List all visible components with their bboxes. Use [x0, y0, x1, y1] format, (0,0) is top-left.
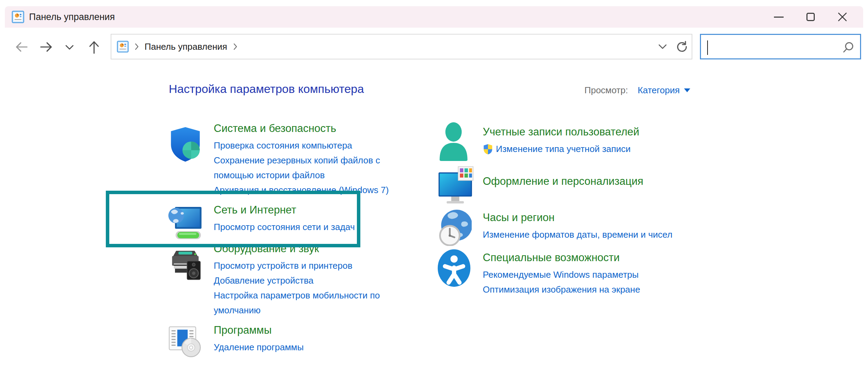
- up-button[interactable]: [87, 39, 101, 55]
- uac-shield-icon: [483, 144, 493, 155]
- clock-region-icon[interactable]: [437, 208, 472, 247]
- view-by-dropdown-icon[interactable]: [684, 88, 690, 92]
- window-title: Панель управления: [29, 12, 115, 22]
- address-bar-controls: [653, 35, 692, 59]
- task-link-mobility-settings[interactable]: Настройка параметров мобильности по умол…: [214, 288, 402, 318]
- category-title-user-accounts[interactable]: Учетные записи пользователей: [483, 125, 711, 139]
- task-link-recommended-settings[interactable]: Рекомендуемые Windows параметры: [483, 267, 711, 282]
- hardware-sound-icon[interactable]: [168, 247, 203, 283]
- network-internet-icon[interactable]: [168, 203, 203, 243]
- close-button[interactable]: [827, 6, 858, 28]
- search-box: [700, 34, 861, 59]
- control-panel-window: Панель управления: [0, 0, 868, 390]
- breadcrumb-chevron-icon[interactable]: [233, 43, 238, 50]
- task-link-optimize-display[interactable]: Оптимизация изображения на экране: [483, 282, 711, 297]
- control-panel-icon: [12, 11, 24, 23]
- recent-locations-chevron-icon[interactable]: [65, 44, 74, 50]
- category-title-accessibility[interactable]: Специальные возможности: [483, 251, 711, 265]
- system-security-icon[interactable]: [168, 126, 203, 164]
- view-by-label: Просмотр:: [584, 85, 628, 96]
- task-link-date-time-formats[interactable]: Изменение форматов даты, времени и чисел: [483, 227, 711, 242]
- task-link-label: Изменение типа учетной записи: [496, 142, 631, 156]
- appearance-personalization-icon[interactable]: [437, 165, 473, 205]
- task-link-uninstall-program[interactable]: Удаление программы: [214, 340, 402, 355]
- breadcrumb-item-control-panel[interactable]: Панель управления: [145, 41, 227, 52]
- control-panel-icon: [117, 41, 129, 53]
- task-link-add-device[interactable]: Добавление устройства: [214, 273, 402, 288]
- task-link-devices-printers[interactable]: Просмотр устройств и принтеров: [214, 258, 402, 273]
- maximize-icon: [806, 13, 815, 21]
- task-link-backup-restore[interactable]: Архивация и восстановление (Windows 7): [214, 183, 402, 198]
- category-title-system-security[interactable]: Система и безопасность: [214, 122, 402, 135]
- refresh-button[interactable]: [672, 35, 692, 59]
- accessibility-icon[interactable]: [437, 249, 471, 289]
- back-button[interactable]: [13, 40, 29, 54]
- search-input[interactable]: [701, 35, 860, 58]
- category-title-appearance[interactable]: Оформление и персонализация: [483, 174, 711, 188]
- refresh-icon: [675, 40, 689, 54]
- close-icon: [837, 12, 848, 22]
- category-title-clock-region[interactable]: Часы и регион: [483, 211, 711, 225]
- search-icon: [841, 41, 855, 55]
- category-title-programs[interactable]: Программы: [214, 323, 402, 337]
- programs-icon[interactable]: [168, 323, 203, 359]
- minimize-button[interactable]: [763, 6, 795, 28]
- task-link-security-status[interactable]: Проверка состояния компьютера: [214, 138, 402, 153]
- text-caret: [707, 40, 708, 55]
- category-title-network-internet[interactable]: Сеть и Интернет: [214, 203, 402, 217]
- minimize-icon: [774, 17, 784, 18]
- task-link-network-status[interactable]: Просмотр состояния сети и задач: [214, 220, 402, 235]
- window-controls: [763, 6, 858, 28]
- forward-button[interactable]: [39, 40, 55, 54]
- chevron-down-icon: [658, 44, 667, 50]
- view-by-value[interactable]: Категория: [638, 85, 680, 96]
- task-link-change-account-type[interactable]: Изменение типа учетной записи: [483, 142, 711, 156]
- breadcrumb-chevron-icon[interactable]: [134, 43, 139, 50]
- task-link-file-history[interactable]: Сохранение резервных копий файлов с помо…: [214, 153, 402, 183]
- page-title: Настройка параметров компьютера: [169, 82, 364, 96]
- address-bar[interactable]: Панель управления: [111, 34, 692, 59]
- maximize-button[interactable]: [795, 6, 827, 28]
- titlebar: Панель управления: [5, 6, 863, 28]
- breadcrumb: Панель управления: [117, 41, 238, 53]
- previous-locations-button[interactable]: [653, 35, 672, 59]
- view-by-control: Просмотр: Категория: [584, 85, 690, 96]
- user-accounts-icon[interactable]: [437, 122, 470, 162]
- category-title-hardware-sound[interactable]: Оборудование и звук: [214, 242, 402, 256]
